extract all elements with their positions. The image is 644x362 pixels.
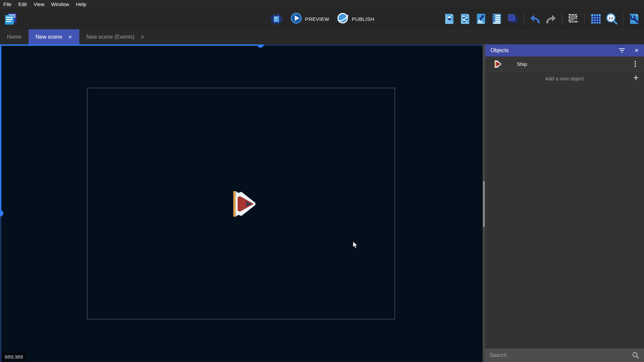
instances-list-icon[interactable]	[491, 13, 502, 25]
toolbar: PREVIEW PUBLISH	[0, 8, 644, 29]
search-input[interactable]	[490, 352, 632, 358]
preview-label: PREVIEW	[305, 16, 329, 22]
scene-canvas[interactable]: 689;389	[0, 44, 483, 362]
vertical-scrollbar-thumb[interactable]	[0, 210, 3, 217]
objects-editor-icon[interactable]	[459, 13, 471, 25]
vertical-scrollbar[interactable]	[0, 44, 1, 210]
debug-icon[interactable]	[270, 12, 283, 26]
menu-edit[interactable]: Edit	[18, 1, 27, 7]
properties-icon[interactable]	[444, 13, 455, 25]
plus-icon: +	[633, 73, 639, 82]
horizontal-scrollbar[interactable]	[0, 44, 257, 46]
menu-file[interactable]: File	[3, 1, 11, 7]
tab-new-scene-events[interactable]: New scene (Events) ✕	[79, 29, 152, 44]
mouse-cursor	[353, 241, 358, 249]
add-object-button[interactable]: Add a new object +	[485, 72, 644, 85]
horizontal-scrollbar-thumb[interactable]	[257, 44, 264, 48]
menu-help[interactable]: Help	[76, 1, 86, 7]
objects-panel: Objects ✕ Ship Add a new object	[485, 44, 644, 362]
grid-icon[interactable]	[590, 13, 602, 25]
splitter-handle[interactable]	[483, 181, 485, 227]
play-icon	[291, 12, 302, 25]
tab-new-scene-label: New scene	[36, 34, 62, 40]
close-tab-icon[interactable]: ✕	[140, 34, 145, 40]
toolbar-separator	[562, 13, 562, 25]
object-search-bar	[485, 349, 644, 362]
tab-new-scene[interactable]: New scene ✕	[29, 29, 79, 44]
object-menu-icon[interactable]	[633, 60, 637, 68]
menu-bar: File Edit View Window Help	[0, 0, 644, 8]
layers-icon[interactable]	[507, 13, 518, 25]
undo-icon[interactable]	[529, 13, 541, 25]
ship-thumbnail-icon	[493, 60, 502, 69]
tab-new-scene-events-label: New scene (Events)	[86, 34, 134, 40]
vertical-scrollbar[interactable]	[0, 217, 1, 362]
menu-view[interactable]: View	[34, 1, 44, 7]
search-icon	[632, 352, 639, 359]
panel-splitter[interactable]	[483, 44, 485, 362]
publish-label: PUBLISH	[352, 16, 374, 22]
publish-button[interactable]: PUBLISH	[336, 12, 374, 26]
object-name: Ship	[517, 61, 527, 67]
close-tab-icon[interactable]: ✕	[68, 34, 72, 40]
toolbar-separator	[623, 13, 623, 25]
tab-home-label: Home	[7, 34, 22, 40]
toolbar-separator	[524, 13, 524, 25]
tab-bar: Home New scene ✕ New scene (Events) ✕	[0, 29, 644, 44]
objects-panel-title: Objects	[490, 47, 509, 53]
add-object-label: Add a new object	[545, 76, 584, 81]
svg-text:1:1: 1:1	[609, 16, 613, 20]
filter-icon[interactable]	[619, 48, 625, 52]
object-row-ship[interactable]: Ship	[485, 57, 644, 72]
project-settings-icon[interactable]	[629, 13, 640, 25]
objects-panel-header: Objects ✕	[485, 44, 644, 57]
tab-home[interactable]: Home	[0, 29, 29, 44]
ship-instance[interactable]	[231, 189, 256, 218]
zoom-1-1-icon[interactable]: 1:1	[606, 13, 617, 25]
toolbar-separator	[585, 13, 585, 25]
menu-window[interactable]: Window	[51, 1, 69, 7]
gdevelop-window: File Edit View Window Help	[0, 0, 644, 362]
redo-icon[interactable]	[545, 13, 557, 25]
horizontal-scrollbar[interactable]	[264, 44, 483, 46]
preview-button[interactable]: PREVIEW	[291, 12, 329, 25]
cursor-coordinates: 689;389	[2, 353, 26, 361]
object-groups-icon[interactable]	[475, 13, 487, 25]
clear-selection-icon[interactable]	[568, 13, 579, 25]
project-manager-icon[interactable]	[3, 11, 18, 27]
close-panel-icon[interactable]: ✕	[634, 47, 639, 53]
globe-icon	[336, 12, 349, 26]
